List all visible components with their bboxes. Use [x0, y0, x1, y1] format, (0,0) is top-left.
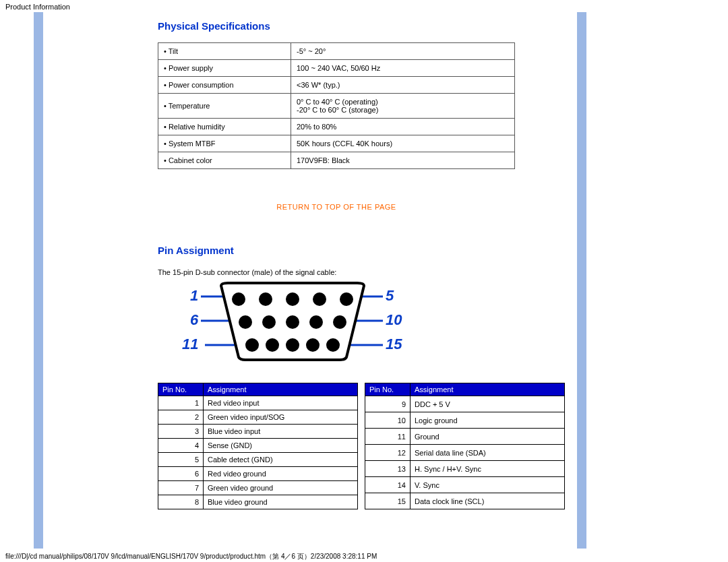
page-header: Product Information [5, 3, 70, 11]
spec-label: • Tilt [158, 43, 291, 60]
col-assignment: Assignment [204, 383, 358, 396]
spec-label: • Cabinet color [158, 152, 291, 169]
heading-pin-assignment: Pin Assignment [158, 245, 692, 256]
pin-assign: Cable detect (GND) [204, 453, 358, 467]
spec-row: • Power consumption<36 W* (typ.) [158, 77, 515, 94]
pin-assign: Sense (GND) [204, 439, 358, 453]
pin-assign: H. Sync / H+V. Sync [411, 461, 565, 477]
spec-value: 50K hours (CCFL 40K hours) [291, 135, 515, 152]
svg-point-8 [286, 292, 299, 306]
pin-assign: V. Sync [411, 477, 565, 493]
pin-no: 5 [158, 453, 204, 467]
col-pin-no: Pin No. [158, 383, 204, 396]
pin-row: 6Red video ground [158, 467, 358, 481]
svg-point-17 [266, 338, 279, 352]
pin-row: 7Green video ground [158, 481, 358, 495]
spec-row: • Cabinet color170V9FB: Black [158, 152, 515, 169]
pin-assign: Serial data line (SDA) [411, 445, 565, 461]
physical-spec-table: • Tilt-5° ~ 20° • Power supply100 ~ 240 … [158, 42, 515, 169]
pin-row: 3Blue video input [158, 425, 358, 439]
pin-no: 1 [158, 396, 204, 410]
pin-no: 10 [365, 412, 411, 429]
svg-point-6 [232, 292, 245, 306]
spec-value: <36 W* (typ.) [291, 77, 515, 94]
pin-row: 10Logic ground [365, 412, 565, 429]
heading-physical-specifications: Physical Specifications [158, 20, 692, 32]
spec-row: • Tilt-5° ~ 20° [158, 43, 515, 60]
pin-no: 8 [158, 495, 204, 509]
svg-point-16 [245, 338, 259, 352]
pin-no: 4 [158, 439, 204, 453]
spec-value: 20% to 80% [291, 119, 515, 135]
pin-no: 11 [365, 429, 411, 445]
pin-row: 13H. Sync / H+V. Sync [365, 461, 565, 477]
content-area: Physical Specifications • Tilt-5° ~ 20° … [43, 12, 692, 509]
return-to-top-link[interactable]: RETURN TO TOP OF THE PAGE [158, 203, 515, 211]
pin-assign: Blue video ground [204, 495, 358, 509]
pin-row: 4Sense (GND) [158, 439, 358, 453]
dsub-connector-icon [171, 282, 414, 363]
pin-no: 6 [158, 467, 204, 481]
pin-table-left: Pin No. Assignment 1Red video input 2Gre… [158, 383, 358, 509]
pin-no: 9 [365, 396, 411, 412]
pin-row: 8Blue video ground [158, 495, 358, 509]
pin-row: 14V. Sync [365, 477, 565, 493]
pin-row: 12Serial data line (SDA) [365, 445, 565, 461]
pin-assign: Green video input/SOG [204, 410, 358, 425]
pin-no: 7 [158, 481, 204, 495]
pin-no: 14 [365, 477, 411, 493]
svg-point-11 [239, 315, 252, 329]
spec-value: 170V9FB: Black [291, 152, 515, 169]
spec-value: 100 ~ 240 VAC, 50/60 Hz [291, 60, 515, 77]
pin-no: 12 [365, 445, 411, 461]
svg-point-10 [340, 292, 353, 306]
svg-point-13 [286, 315, 299, 329]
spec-row: • Relative humidity20% to 80% [158, 119, 515, 135]
pin-row: 2Green video input/SOG [158, 410, 358, 425]
pin-row: 11Ground [365, 429, 565, 445]
pin-assignment-tables: Pin No. Assignment 1Red video input 2Gre… [158, 383, 692, 509]
svg-point-18 [286, 338, 299, 352]
pin-assign: Logic ground [411, 412, 565, 429]
pin-row: 9DDC + 5 V [365, 396, 565, 412]
pin-assign: Red video ground [204, 467, 358, 481]
page-footer: file:///D|/cd manual/philips/08/170V 9/l… [5, 552, 377, 561]
pin-no: 15 [365, 493, 411, 509]
col-assignment: Assignment [411, 383, 565, 396]
svg-point-19 [306, 338, 320, 352]
pin-assign: Ground [411, 429, 565, 445]
pin-no: 13 [365, 461, 411, 477]
pin-row: 1Red video input [158, 396, 358, 410]
pin-assign: Red video input [204, 396, 358, 410]
pin-no: 2 [158, 410, 204, 425]
svg-point-14 [309, 315, 323, 329]
pin-assign: Green video ground [204, 481, 358, 495]
svg-point-15 [333, 315, 346, 329]
dsub-diagram: 1 6 11 5 10 15 [171, 282, 414, 363]
pin-no: 3 [158, 425, 204, 439]
pin-table-right: Pin No. Assignment 9DDC + 5 V 10Logic gr… [365, 383, 565, 509]
pin-assign: Data clock line (SCL) [411, 493, 565, 509]
pin-row: 5Cable detect (GND) [158, 453, 358, 467]
pin-assign: Blue video input [204, 425, 358, 439]
spec-label: • Relative humidity [158, 119, 291, 135]
spec-value: 0° C to 40° C (operating) -20° C to 60° … [291, 94, 515, 119]
svg-point-9 [313, 292, 326, 306]
spec-label: • System MTBF [158, 135, 291, 152]
spec-label: • Temperature [158, 94, 291, 119]
spec-label: • Power supply [158, 60, 291, 77]
pin-row: 15Data clock line (SCL) [365, 493, 565, 509]
pin-assign: DDC + 5 V [411, 396, 565, 412]
svg-point-20 [326, 338, 340, 352]
left-stripe [34, 12, 43, 549]
spec-row: • Temperature0° C to 40° C (operating) -… [158, 94, 515, 119]
svg-point-7 [259, 292, 272, 306]
col-pin-no: Pin No. [365, 383, 411, 396]
pin-assignment-intro: The 15-pin D-sub connector (male) of the… [158, 268, 692, 276]
spec-row: • Power supply100 ~ 240 VAC, 50/60 Hz [158, 60, 515, 77]
spec-value: -5° ~ 20° [291, 43, 515, 60]
spec-label: • Power consumption [158, 77, 291, 94]
spec-row: • System MTBF50K hours (CCFL 40K hours) [158, 135, 515, 152]
svg-point-12 [262, 315, 276, 329]
